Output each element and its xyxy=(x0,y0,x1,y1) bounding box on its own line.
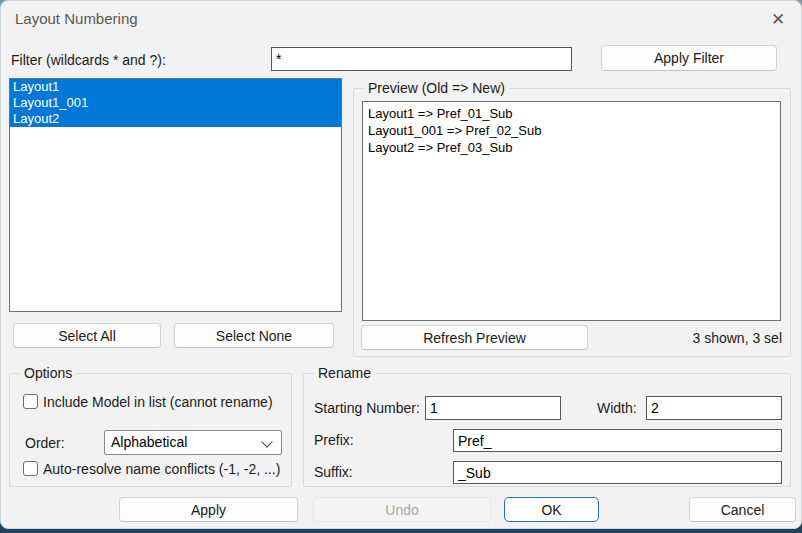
ok-button[interactable]: OK xyxy=(504,497,599,522)
chevron-down-icon xyxy=(261,436,272,447)
desktop-background: Layout Numbering ✕ Filter (wildcards * a… xyxy=(0,0,802,533)
rename-group-label: Rename xyxy=(314,365,375,381)
width-input[interactable] xyxy=(646,396,782,420)
suffix-input[interactable] xyxy=(453,461,782,484)
order-label: Order: xyxy=(25,435,65,451)
preview-group-label: Preview (Old => New) xyxy=(364,80,509,96)
options-group-label: Options xyxy=(20,365,76,381)
order-combobox[interactable]: Alphabetical xyxy=(104,430,282,455)
layout-list[interactable]: Layout1Layout1_001Layout2 xyxy=(9,78,342,312)
select-all-button[interactable]: Select All xyxy=(13,323,161,348)
close-icon[interactable]: ✕ xyxy=(765,7,791,33)
width-label: Width: xyxy=(597,400,637,416)
preview-list[interactable]: Layout1 => Pref_01_SubLayout1_001 => Pre… xyxy=(362,101,781,321)
cancel-button[interactable]: Cancel xyxy=(689,497,796,522)
prefix-input[interactable] xyxy=(453,429,782,452)
shown-selected-count: 3 shown, 3 sel xyxy=(641,330,782,346)
suffix-label: Suffix: xyxy=(314,464,353,480)
undo-button[interactable]: Undo xyxy=(313,497,491,522)
preview-list-item[interactable]: Layout1 => Pref_01_Sub xyxy=(363,105,780,122)
layout-list-item[interactable]: Layout1_001 xyxy=(10,95,341,111)
include-model-checkbox[interactable] xyxy=(23,394,38,409)
preview-list-item[interactable]: Layout2 => Pref_03_Sub xyxy=(363,139,780,156)
refresh-preview-button[interactable]: Refresh Preview xyxy=(361,325,588,350)
layout-list-item[interactable]: Layout1 xyxy=(10,79,341,95)
apply-button[interactable]: Apply xyxy=(119,497,298,522)
prefix-label: Prefix: xyxy=(314,432,354,448)
include-model-label: Include Model in list (cannot rename) xyxy=(43,394,273,410)
starting-number-label: Starting Number: xyxy=(314,400,420,416)
preview-list-item[interactable]: Layout1_001 => Pref_02_Sub xyxy=(363,122,780,139)
apply-filter-button[interactable]: Apply Filter xyxy=(601,45,777,71)
select-none-button[interactable]: Select None xyxy=(174,323,334,348)
dialog-title: Layout Numbering xyxy=(15,10,138,27)
filter-label: Filter (wildcards * and ?): xyxy=(11,52,166,68)
layout-numbering-dialog: Layout Numbering ✕ Filter (wildcards * a… xyxy=(0,0,802,529)
auto-resolve-label: Auto-resolve name conflicts (-1, -2, ...… xyxy=(43,461,280,477)
starting-number-input[interactable] xyxy=(425,396,561,420)
filter-input[interactable] xyxy=(271,47,572,71)
title-bar[interactable]: Layout Numbering ✕ xyxy=(1,1,801,37)
order-combobox-value: Alphabetical xyxy=(111,434,187,450)
auto-resolve-checkbox[interactable] xyxy=(23,461,38,476)
layout-list-item[interactable]: Layout2 xyxy=(10,111,341,127)
